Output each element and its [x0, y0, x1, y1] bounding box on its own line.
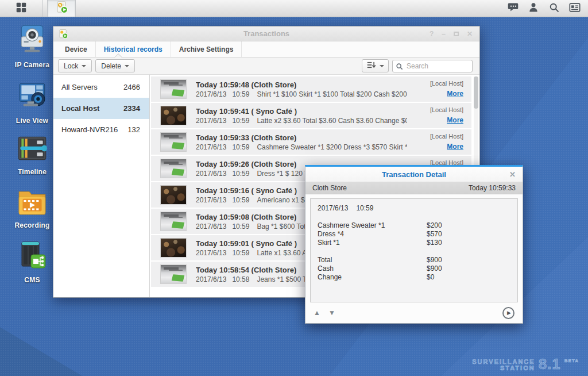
server-item-howard-nvr216[interactable]: Howard-NVR216 132 [53, 119, 149, 140]
summary-value: $900 [427, 256, 442, 264]
dialog-store-bar: Cloth Store Today 10:59:33 [305, 182, 523, 194]
watermark: Surveillance Station 8.1 Beta [472, 356, 579, 371]
receipt-body: 2017/6/1310:59 Cashmere Sweater *1 $200 … [310, 198, 518, 302]
transaction-title: Today 10:59:48 (Cloth Store) [196, 80, 407, 90]
transaction-detail-dialog: Transaction Detail ✕ Cloth Store Today 1… [305, 165, 523, 324]
watermark-line2: Station [472, 365, 535, 371]
chevron-down-icon [125, 65, 129, 67]
summary-label: Total [318, 256, 427, 264]
transaction-time: 10:59 [232, 143, 249, 151]
user-account-button[interactable] [526, 1, 541, 16]
server-item-local-host[interactable]: Local Host 2334 [53, 98, 149, 119]
desktop-icon-recording[interactable]: Recording [8, 186, 56, 229]
scrollbar-thumb[interactable] [474, 76, 478, 109]
item-price: $130 [427, 239, 442, 247]
receipt-item: Cashmere Sweater *1 $200 [318, 221, 510, 230]
chevron-down-icon [380, 65, 384, 67]
more-link[interactable]: More [447, 142, 463, 151]
search-button[interactable] [547, 1, 562, 16]
watermark-version: 8.1 [539, 356, 561, 371]
transaction-row[interactable]: Today 10:59:33 (Cloth Store) 2017/6/1310… [151, 129, 471, 155]
transaction-time: 10:59 [232, 117, 249, 125]
window-titlebar[interactable]: Transactions ? – ✕ [53, 26, 479, 41]
server-name: All Servers [61, 83, 98, 91]
server-count: 2466 [123, 83, 140, 91]
desktop-icon-label: IP Camera [15, 61, 49, 69]
watermark-beta-badge: Beta [564, 356, 579, 363]
receipt-date: 2017/6/13 [318, 204, 348, 212]
server-name: Howard-NVR216 [61, 125, 118, 134]
toolbar: Lock Delete [53, 57, 479, 75]
transaction-row[interactable]: Today 10:59:48 (Cloth Store) 2017/6/1310… [151, 76, 471, 102]
widgets-button[interactable] [567, 1, 582, 16]
chevron-down-icon [82, 65, 86, 67]
transaction-date: 2017/6/13 [196, 143, 226, 151]
play-recording-button[interactable]: ▶ [502, 307, 514, 319]
dialog-close-button[interactable]: ✕ [509, 170, 523, 179]
dialog-titlebar[interactable]: Transaction Detail ✕ [305, 167, 523, 182]
search-box [392, 60, 473, 72]
next-record-button[interactable]: ▼ [328, 309, 335, 317]
taskbar: $ [0, 0, 588, 17]
transaction-title: Today 10:59:41 ( Syno Café ) [196, 106, 407, 116]
item-name: Cashmere Sweater *1 [318, 221, 427, 230]
notifications-button[interactable] [505, 1, 520, 16]
help-button[interactable]: ? [430, 30, 434, 37]
receipt-item: Skirt *1 $130 [318, 239, 510, 247]
sort-icon [366, 61, 376, 71]
minimize-button[interactable]: – [442, 30, 446, 37]
receipt-time: 10:59 [356, 204, 373, 212]
main-menu-grid-icon [15, 1, 28, 16]
tab-archive-settings[interactable]: Archive Settings [171, 41, 242, 57]
timeline-icon [16, 135, 49, 166]
desktop-icon-timeline[interactable]: Timeline [8, 135, 56, 176]
ip-camera-icon [16, 22, 49, 59]
transaction-thumbnail [160, 106, 187, 125]
transaction-time: 10:59 [232, 249, 249, 257]
server-name: Local Host [61, 104, 99, 113]
summary-row: Total $900 [318, 256, 510, 264]
item-price: $570 [427, 230, 442, 239]
desktop-icon-cms[interactable]: CMS [8, 239, 56, 284]
delete-button[interactable]: Delete [95, 59, 135, 72]
transaction-thumbnail [160, 238, 187, 258]
chat-bubble-icon [507, 1, 519, 16]
search-icon [396, 62, 403, 72]
person-icon [528, 2, 539, 16]
dialog-title: Transaction Detail [305, 170, 523, 179]
delete-button-label: Delete [101, 62, 121, 70]
receipt-summary: Total $900 Cash $900 Change $0 [318, 256, 510, 282]
store-name: Cloth Store [312, 184, 347, 192]
lock-button-label: Lock [64, 62, 78, 70]
close-button[interactable]: ✕ [467, 30, 473, 37]
sort-button[interactable] [362, 59, 389, 72]
transaction-time: 10:59 [232, 222, 249, 231]
item-name: Dress *4 [318, 230, 427, 239]
transaction-row[interactable]: Today 10:59:41 ( Syno Café ) 2017/6/1310… [151, 103, 471, 128]
transaction-title: Today 10:59:33 (Cloth Store) [196, 133, 407, 143]
tab-historical-records[interactable]: Historical records [96, 41, 171, 57]
desktop-icon-ip-camera[interactable]: IP Camera [8, 22, 56, 69]
main-menu-button[interactable] [0, 0, 42, 17]
tab-device[interactable]: Device [57, 41, 96, 57]
desktop-icon-label: CMS [24, 276, 40, 284]
search-input[interactable] [392, 60, 473, 72]
transaction-date: 2017/6/13 [196, 249, 226, 257]
lock-button[interactable]: Lock [58, 59, 92, 72]
server-item-all-servers[interactable]: All Servers 2466 [53, 76, 149, 98]
previous-record-button[interactable]: ▲ [314, 309, 320, 317]
dialog-footer: ▲ ▼ ▶ [305, 302, 523, 323]
desktop-icon-live-view[interactable]: Live View [8, 79, 56, 125]
server-list: All Servers 2466 Local Host 2334 Howard-… [53, 75, 150, 297]
transactions-app-icon: $ [55, 1, 68, 16]
transaction-host: [Local Host] [407, 79, 463, 88]
maximize-button[interactable] [454, 32, 459, 36]
more-link[interactable]: More [447, 116, 463, 125]
transactions-taskbar-button[interactable]: $ [47, 0, 76, 17]
transaction-time: 10:58 [232, 275, 249, 283]
svg-text:$: $ [59, 3, 61, 7]
transaction-date: 2017/6/13 [196, 222, 226, 231]
transaction-thumbnail [160, 264, 187, 284]
more-link[interactable]: More [447, 89, 463, 98]
transaction-thumbnail [160, 132, 187, 152]
